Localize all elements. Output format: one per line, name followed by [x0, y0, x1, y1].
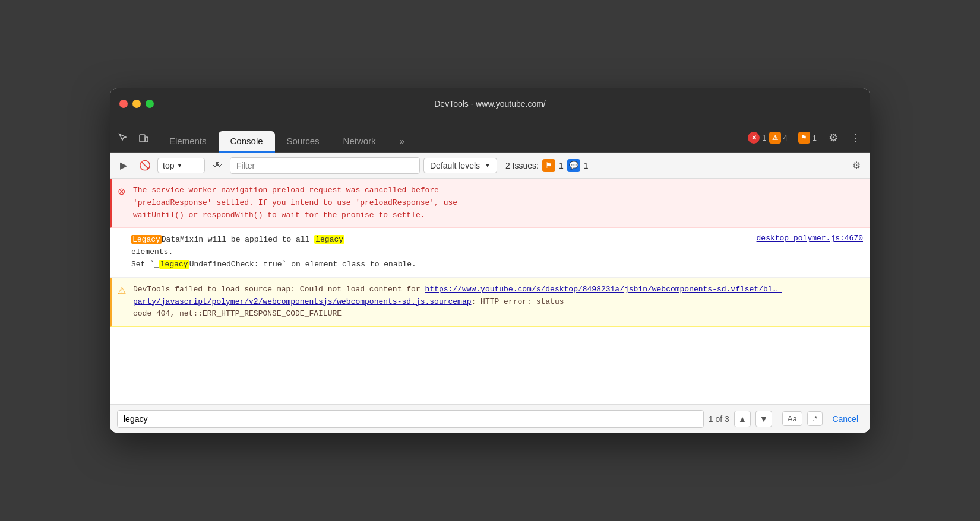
run-script-button[interactable]: ▶: [115, 157, 132, 174]
search-cancel-label: Cancel: [832, 414, 858, 424]
warning-count: 4: [783, 134, 788, 142]
error-text: The service worker navigation preload re…: [133, 185, 863, 221]
console-content: ⊗ The service worker navigation preload …: [110, 179, 870, 404]
tab-list: Elements Console Sources Network »: [157, 131, 744, 152]
warning-text-before: DevTools failed to load source map: Coul…: [133, 285, 425, 294]
highlight-legacy-orange: Legacy: [131, 235, 162, 244]
issues-badge1: ⚑: [542, 159, 555, 172]
title-bar: DevTools - www.youtube.com/: [110, 88, 870, 119]
error-icon: ⊗: [118, 186, 125, 197]
issue-badge-button[interactable]: ⚑ 1: [795, 129, 820, 146]
issue-count: 1: [813, 134, 817, 142]
svg-rect-0: [140, 135, 145, 142]
devtools-window: DevTools - www.youtube.com/ Elements Con: [110, 88, 870, 433]
error-count: 1: [762, 134, 766, 142]
search-cancel-button[interactable]: Cancel: [827, 412, 863, 426]
levels-dropdown[interactable]: Default levels ▼: [423, 158, 497, 173]
issues-label: 2 Issues:: [505, 161, 539, 170]
highlight-legacy-yellow: legacy: [314, 235, 344, 244]
issues-area: 2 Issues: ⚑ 1 💬 1: [505, 159, 589, 172]
search-divider: [777, 413, 777, 425]
info-text-part3: UndefinedCheck: true` on element class t…: [189, 260, 416, 269]
case-sensitive-label: Aa: [788, 414, 797, 423]
maximize-button[interactable]: [146, 100, 154, 108]
filter-input[interactable]: [230, 157, 420, 174]
tab-more[interactable]: »: [388, 131, 416, 152]
info-text: LegacyDataMixin will be applied to all l…: [131, 234, 863, 271]
regex-button[interactable]: .*: [807, 411, 823, 426]
search-input[interactable]: [117, 410, 704, 428]
close-button[interactable]: [119, 100, 128, 108]
search-count: 1 of 3: [709, 414, 729, 424]
tab-bar-left-icons: [115, 129, 153, 147]
regex-label: .*: [813, 414, 818, 423]
warning-text: DevTools failed to load source map: Coul…: [133, 284, 863, 320]
issue-icon: ⚑: [798, 132, 810, 144]
levels-arrow: ▼: [485, 162, 491, 169]
settings-button[interactable]: ⚙: [824, 128, 843, 147]
issues-badge2: 💬: [567, 159, 580, 172]
console-settings-button[interactable]: ⚙: [848, 157, 865, 174]
window-title: DevTools - www.youtube.com/: [434, 99, 546, 109]
search-prev-button[interactable]: ▲: [734, 411, 751, 427]
issues-count1: 1: [559, 161, 564, 170]
search-bar: 1 of 3 ▲ ▼ Aa .* Cancel: [110, 404, 870, 433]
inspect-element-button[interactable]: [115, 129, 132, 147]
tab-bar: Elements Console Sources Network » ✕ 1 ⚠…: [110, 119, 870, 153]
minimize-button[interactable]: [132, 100, 141, 108]
eye-icon-button[interactable]: 👁: [208, 157, 226, 174]
info-message: desktop_polymer.js:4670 LegacyDataMixin …: [110, 228, 870, 277]
highlight-legacy-yellow2: legacy: [159, 260, 189, 269]
warning-message: ⚠ DevTools failed to load source map: Co…: [110, 278, 870, 327]
context-dropdown-icon: ▼: [176, 162, 182, 169]
tab-bar-right: ✕ 1 ⚠ 4 ⚑ 1 ⚙ ⋮: [744, 128, 865, 147]
console-toolbar: ▶ 🚫 top ▼ 👁 Default levels ▼ 2 Issues: ⚑…: [110, 153, 870, 179]
source-link[interactable]: desktop_polymer.js:4670: [757, 234, 863, 243]
error-badge-button[interactable]: ✕ 1 ⚠ 4: [744, 129, 791, 146]
tab-console[interactable]: Console: [219, 131, 275, 152]
error-badge: ✕: [748, 132, 760, 144]
tab-elements[interactable]: Elements: [157, 131, 219, 152]
case-sensitive-button[interactable]: Aa: [782, 411, 802, 426]
context-label: top: [163, 161, 174, 170]
svg-rect-1: [146, 137, 148, 142]
levels-label: Default levels: [430, 161, 480, 170]
context-selector[interactable]: top ▼: [157, 158, 205, 173]
device-toggle-button[interactable]: [135, 129, 153, 147]
tab-sources[interactable]: Sources: [275, 131, 331, 152]
search-next-button[interactable]: ▼: [755, 411, 772, 427]
error-message: ⊗ The service worker navigation preload …: [110, 179, 870, 228]
issues-count2: 1: [584, 161, 589, 170]
tab-network[interactable]: Network: [331, 131, 388, 152]
warning-icon: ⚠: [118, 285, 126, 296]
warning-badge: ⚠: [769, 132, 781, 144]
clear-console-button[interactable]: 🚫: [136, 157, 154, 174]
info-text-part1: DataMixin will be applied to all: [162, 235, 314, 244]
more-options-button[interactable]: ⋮: [846, 128, 865, 147]
traffic-lights: [119, 100, 154, 108]
